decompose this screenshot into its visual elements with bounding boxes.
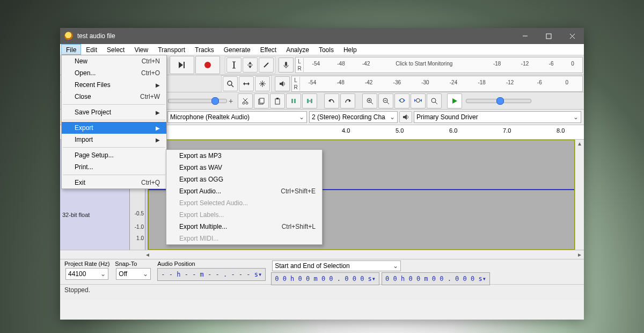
playback-meter[interactable]: LR -54 -48 -42 -36 -30 -24 -18 -12 -6 0 <box>291 76 583 92</box>
status-text: Stopped. <box>64 286 90 294</box>
menu-item-export-wav[interactable]: Export as WAV <box>166 162 322 173</box>
project-rate-label: Project Rate (Hz) <box>64 260 109 267</box>
selection-toolbar: Project Rate (Hz) 44100⌄ Snap-To Off⌄ Au… <box>60 259 584 285</box>
svg-marker-20 <box>248 82 250 85</box>
selection-start-readout[interactable]: 0 0 h 0 0 m 0 0 . 0 0 0 s ▾ <box>271 272 379 285</box>
app-window: test audio file File Edit Select View Tr… <box>60 28 584 320</box>
audio-position-readout[interactable]: - - h - - m - - . - - - s ▾ <box>157 268 266 281</box>
playback-speed-slider[interactable] <box>466 99 531 103</box>
svg-marker-49 <box>399 99 400 102</box>
menu-item-new[interactable]: NewCtrl+N <box>62 55 166 67</box>
svg-point-54 <box>431 98 436 103</box>
menu-item-page-setup[interactable]: Page Setup... <box>62 149 166 161</box>
trim-button[interactable] <box>286 93 301 108</box>
scroll-left-icon[interactable]: ◂ <box>143 251 152 258</box>
svg-point-51 <box>416 98 420 102</box>
chevron-right-icon: ▶ <box>156 125 160 131</box>
envelope-tool-button[interactable] <box>243 57 258 73</box>
skip-end-button[interactable] <box>170 56 194 74</box>
channels-combo[interactable]: 2 (Stereo) Recording Cha⌄ <box>309 111 398 123</box>
titlebar: test audio file <box>60 28 584 44</box>
svg-point-26 <box>243 102 245 104</box>
svg-line-13 <box>264 63 268 67</box>
svg-line-29 <box>243 98 247 102</box>
menu-item-print[interactable]: Print... <box>62 161 166 173</box>
svg-rect-5 <box>184 62 185 68</box>
menu-analyze[interactable]: Analyze <box>281 44 314 55</box>
zoom-toggle-button[interactable] <box>427 93 442 108</box>
svg-point-16 <box>228 81 232 85</box>
record-meter[interactable]: LR -54 -48 -42 Click to Start Monitoring… <box>295 57 583 73</box>
menu-item-export-ogg[interactable]: Export as OGG <box>166 173 322 185</box>
app-icon <box>64 32 73 40</box>
record-button[interactable] <box>195 56 220 74</box>
project-rate-combo[interactable]: 44100⌄ <box>65 268 108 280</box>
cut-button[interactable] <box>238 93 253 108</box>
menu-item-exit[interactable]: ExitCtrl+Q <box>62 177 166 189</box>
svg-rect-34 <box>291 99 293 103</box>
svg-line-42 <box>371 102 373 104</box>
silence-button[interactable] <box>302 93 317 108</box>
gain-slider[interactable] <box>168 99 227 103</box>
svg-marker-4 <box>179 62 183 68</box>
timeshift-tool-button[interactable] <box>239 76 254 91</box>
maximize-button[interactable] <box>537 28 560 44</box>
copy-button[interactable] <box>254 93 269 108</box>
svg-marker-56 <box>452 98 457 104</box>
horizontal-scrollbar[interactable]: ◂ ▸ <box>60 250 584 259</box>
menu-file[interactable]: File <box>61 44 81 55</box>
menu-view[interactable]: View <box>129 44 153 55</box>
svg-marker-12 <box>248 66 252 68</box>
menu-item-export[interactable]: Export▶ <box>62 122 166 134</box>
meter-start-monitoring[interactable]: Click to Start Monitoring <box>396 61 452 67</box>
svg-point-27 <box>246 102 248 104</box>
svg-marker-53 <box>420 99 422 102</box>
zoom-out-button[interactable] <box>378 93 393 108</box>
menu-item-save-project[interactable]: Save Project▶ <box>62 106 166 118</box>
output-device-combo[interactable]: Primary Sound Driver⌄ <box>414 111 581 123</box>
selection-end-readout[interactable]: 0 0 h 0 0 m 0 0 . 0 0 0 s ▾ <box>382 272 490 285</box>
menu-transport[interactable]: Transport <box>153 44 190 55</box>
snap-to-combo[interactable]: Off⌄ <box>116 268 151 280</box>
menu-item-open[interactable]: Open...Ctrl+O <box>62 67 166 79</box>
undo-button[interactable] <box>324 93 339 108</box>
fit-selection-button[interactable] <box>394 93 409 108</box>
output-speaker-icon[interactable] <box>399 111 412 123</box>
menu-select[interactable]: Select <box>102 44 129 55</box>
menu-generate[interactable]: Generate <box>219 44 255 55</box>
svg-marker-57 <box>403 114 407 120</box>
vertical-scrollbar[interactable]: ▴ <box>575 140 584 250</box>
paste-button[interactable] <box>270 93 285 108</box>
menu-tracks[interactable]: Tracks <box>190 44 219 55</box>
mic-icon[interactable] <box>279 57 294 73</box>
speaker-icon[interactable] <box>275 76 290 91</box>
input-device-combo[interactable]: Microphone (Realtek Audio)⌄ <box>167 111 307 123</box>
menu-item-export-multiple[interactable]: Export Multiple...Ctrl+Shift+L <box>166 221 322 233</box>
svg-rect-32 <box>275 99 280 104</box>
menu-item-export-audio[interactable]: Export Audio...Ctrl+Shift+E <box>166 185 322 197</box>
selection-tool-button[interactable] <box>226 57 241 73</box>
close-button[interactable] <box>560 28 584 44</box>
menu-edit[interactable]: Edit <box>81 44 102 55</box>
menu-item-import[interactable]: Import▶ <box>62 134 166 146</box>
menu-tools[interactable]: Tools <box>314 44 339 55</box>
svg-rect-37 <box>311 99 312 103</box>
svg-rect-36 <box>307 99 309 103</box>
zoom-tool-button[interactable] <box>223 76 238 91</box>
menu-item-recent-files[interactable]: Recent Files▶ <box>62 79 166 91</box>
multi-tool-button[interactable] <box>255 76 270 91</box>
menu-item-export-mp3[interactable]: Export as MP3 <box>166 150 322 162</box>
selection-mode-combo[interactable]: Start and End of Selection⌄ <box>272 260 401 271</box>
menu-help[interactable]: Help <box>339 44 362 55</box>
play-at-speed-button[interactable] <box>447 93 462 108</box>
zoom-in-button[interactable] <box>362 93 377 108</box>
menu-effect[interactable]: Effect <box>255 44 281 55</box>
status-bar: Stopped. <box>60 285 584 300</box>
minimize-button[interactable] <box>513 28 537 44</box>
menu-item-close[interactable]: CloseCtrl+W <box>62 91 166 103</box>
draw-tool-button[interactable] <box>259 57 274 73</box>
fit-project-button[interactable] <box>411 93 426 108</box>
svg-line-46 <box>387 102 389 104</box>
redo-button[interactable] <box>340 93 355 108</box>
scroll-right-icon[interactable]: ▸ <box>575 251 584 258</box>
